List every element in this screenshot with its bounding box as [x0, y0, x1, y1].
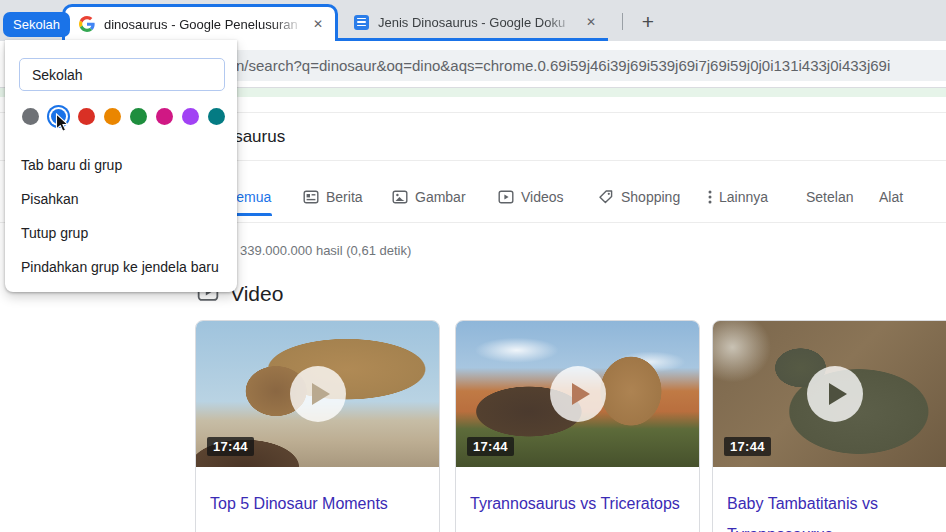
videos-icon	[498, 189, 514, 205]
video-thumbnail[interactable]: 17:44	[713, 321, 946, 467]
browser-window: dinosaurus Semua Berita Gambar Videos Sh…	[0, 0, 946, 532]
video-title-link[interactable]: Baby Tambatitanis vs Tyrannosaurus	[713, 467, 946, 532]
tab-separator	[622, 13, 623, 30]
google-docs-icon	[354, 15, 369, 30]
group-name-input[interactable]	[19, 58, 225, 91]
browser-tab-docs[interactable]: Jenis Dinosaurus - Google Doku ✕	[340, 6, 608, 38]
video-card[interactable]: 17:44 Baby Tambatitanis vs Tyrannosaurus	[712, 320, 946, 532]
tab-gambar[interactable]: Gambar	[392, 189, 466, 205]
color-dot-cyan[interactable]	[208, 108, 225, 125]
address-bar-url: n/search?q=dinosaur&oq=dino&aqs=chrome.0…	[236, 57, 890, 74]
video-card[interactable]: 17:44 Tyrannosaurus vs Triceratops	[455, 320, 700, 532]
color-dot-pink[interactable]	[156, 108, 173, 125]
tab-videos[interactable]: Videos	[498, 189, 564, 205]
tab-title: Jenis Dinosaurus - Google Doku	[378, 15, 582, 30]
close-icon[interactable]: ✕	[309, 15, 327, 33]
play-overlay-icon[interactable]	[290, 366, 346, 422]
close-icon[interactable]: ✕	[582, 13, 600, 31]
tab-lainnya[interactable]: Lainnya	[708, 189, 768, 205]
news-icon	[303, 189, 319, 205]
color-dot-green[interactable]	[130, 108, 147, 125]
video-duration-badge: 17:44	[724, 437, 771, 456]
tab-lainnya-label: Lainnya	[719, 189, 768, 205]
tab-shopping[interactable]: Shopping	[598, 189, 680, 205]
tools-link-label: Alat	[879, 189, 903, 205]
tab-strip: Jenis Dinosaurus - Google Doku ✕ dinosau…	[0, 0, 946, 41]
video-duration-badge: 17:44	[467, 437, 514, 456]
shopping-icon	[598, 189, 614, 205]
new-tab-button[interactable]: +	[634, 8, 662, 36]
tab-berita[interactable]: Berita	[303, 189, 363, 205]
play-overlay-icon[interactable]	[807, 366, 863, 422]
video-title-link[interactable]: Tyrannosaurus vs Triceratops	[456, 467, 699, 519]
video-title-link[interactable]: Top 5 Dinosaur Moments	[196, 467, 439, 519]
images-icon	[392, 189, 408, 205]
tab-group-chip[interactable]: Sekolah	[3, 12, 70, 37]
menu-item-close-group[interactable]: Tutup grup	[5, 216, 237, 250]
video-thumbnail[interactable]: 17:44	[456, 321, 699, 467]
address-bar[interactable]: n/search?q=dinosaur&oq=dino&aqs=chrome.0…	[150, 50, 946, 81]
tab-gambar-label: Gambar	[415, 189, 466, 205]
menu-item-new-tab-in-group[interactable]: Tab baru di grup	[5, 148, 237, 182]
group-color-palette	[22, 106, 225, 126]
menu-item-move-group-to-new-window[interactable]: Pindahkan grup ke jendela baru	[5, 250, 237, 284]
tab-videos-label: Videos	[521, 189, 564, 205]
video-duration-badge: 17:44	[207, 437, 254, 456]
tab-group-menu: Tab baru di grup Pisahkan Tutup grup Pin…	[5, 40, 237, 292]
menu-item-ungroup[interactable]: Pisahkan	[5, 182, 237, 216]
color-dot-purple[interactable]	[182, 108, 199, 125]
tab-title: dinosaurus - Google Penelusuran	[104, 17, 309, 32]
settings-link[interactable]: Setelan	[806, 189, 853, 205]
video-section-title: Video	[230, 282, 283, 306]
browser-tab-search[interactable]: dinosaurus - Google Penelusuran ✕	[62, 4, 338, 41]
color-dot-grey[interactable]	[22, 108, 39, 125]
video-thumbnail[interactable]: 17:44	[196, 321, 439, 467]
settings-link-label: Setelan	[806, 189, 853, 205]
tab-shopping-label: Shopping	[621, 189, 680, 205]
video-card[interactable]: 17:44 Top 5 Dinosaur Moments	[195, 320, 440, 532]
result-stats: 339.000.000 hasil (0,61 detik)	[240, 243, 411, 258]
cursor-icon	[55, 113, 70, 133]
color-dot-orange[interactable]	[104, 108, 121, 125]
play-overlay-icon[interactable]	[550, 366, 606, 422]
tools-link[interactable]: Alat	[879, 189, 903, 205]
google-favicon	[79, 16, 95, 32]
tab-berita-label: Berita	[326, 189, 363, 205]
color-dot-red[interactable]	[78, 108, 95, 125]
more-icon	[708, 189, 712, 205]
